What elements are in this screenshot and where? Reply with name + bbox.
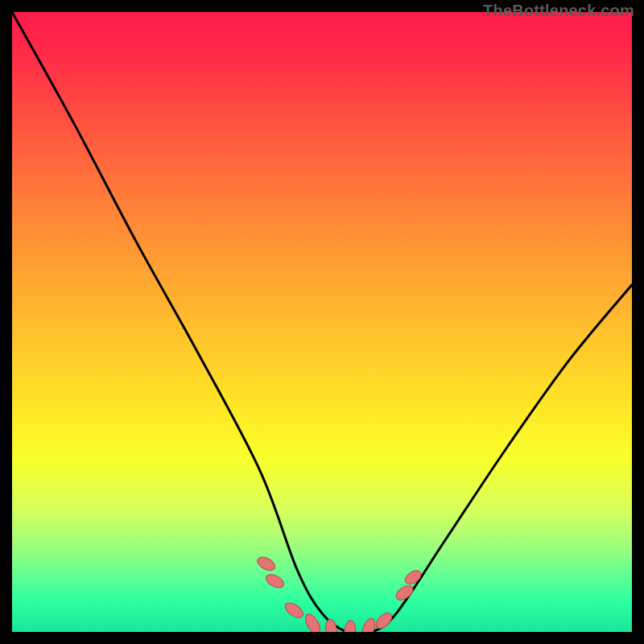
bottleneck-curve [12, 12, 632, 632]
outer-frame: TheBottleneck.com [0, 0, 644, 644]
curve-marker [255, 555, 277, 573]
curve-marker [303, 612, 323, 632]
attribution-watermark: TheBottleneck.com [483, 2, 634, 20]
curve-marker [344, 620, 357, 632]
bottleneck-plot-svg [12, 12, 632, 632]
curve-marker [402, 568, 423, 587]
chart-area [12, 12, 632, 632]
curve-marker [264, 572, 286, 590]
curve-marker [394, 583, 415, 603]
curve-marker [324, 618, 338, 632]
curve-marker [283, 600, 306, 621]
